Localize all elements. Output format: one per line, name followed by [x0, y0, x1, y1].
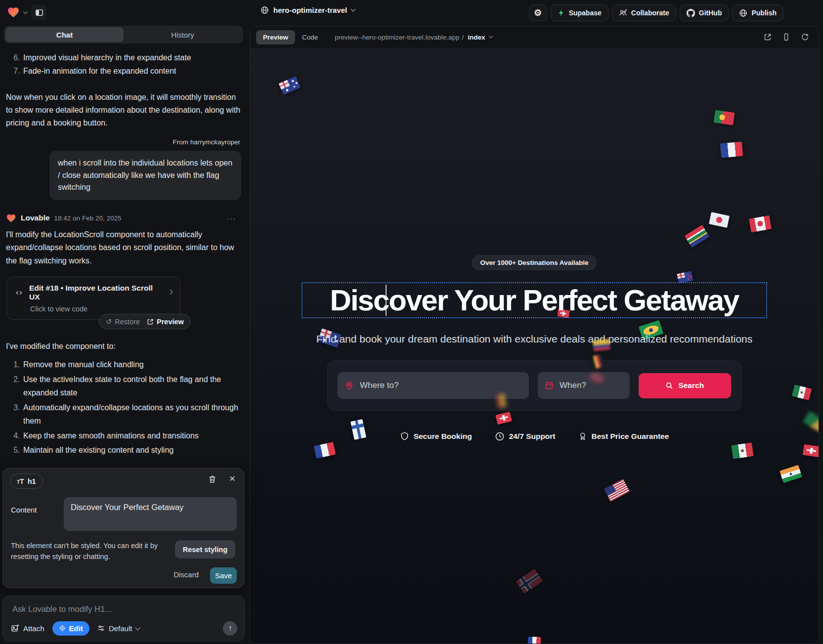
- edit-card-subtitle: Click to view code: [30, 305, 172, 313]
- restore-button[interactable]: ↺ Restore: [106, 318, 140, 326]
- supabase-bolt-icon: [558, 9, 565, 17]
- open-in-new-tab-button[interactable]: [764, 33, 772, 41]
- list-item: Maintain all the existing content and st…: [22, 443, 239, 457]
- tab-chat[interactable]: Chat: [5, 27, 124, 42]
- flag-france-icon: [528, 637, 541, 644]
- location-pin-icon: [345, 381, 354, 390]
- version-actions: ↺ Restore Preview: [99, 314, 191, 329]
- flag-switzerland-icon: [803, 444, 819, 458]
- flag-japan-icon: [709, 212, 730, 228]
- typography-icon: TT: [17, 477, 24, 485]
- project-switcher[interactable]: hero-optimizer-travel: [260, 6, 355, 14]
- message-menu-button[interactable]: ···: [227, 214, 242, 222]
- url-separator: /: [462, 34, 464, 41]
- chevron-down-icon: [489, 34, 493, 38]
- mobile-view-button[interactable]: [782, 33, 790, 42]
- search-card: Where to? When? Search: [327, 360, 741, 411]
- assistant-message-header: Lovable 18:42 on Feb 20, 2025 ···: [6, 213, 241, 223]
- feature-secure-booking: Secure Booking: [400, 431, 472, 441]
- mobile-device-icon: [782, 33, 790, 42]
- chat-history-tabs: Chat History: [4, 26, 243, 43]
- flag-portugal-icon: [713, 110, 735, 125]
- lovable-logo-icon[interactable]: [7, 6, 20, 19]
- preview-toolbar: Preview Code preview--hero-optimizer-tra…: [250, 26, 819, 48]
- user-message-bubble: when i scroll into the individual locati…: [49, 151, 241, 200]
- assistant-change-list: Remove the manual click handlingUse the …: [6, 358, 241, 457]
- element-tag-badge: TT h1: [10, 473, 43, 489]
- project-name: hero-optimizer-travel: [273, 6, 347, 14]
- content-label: Content: [11, 506, 37, 514]
- model-selector[interactable]: Default: [97, 624, 140, 633]
- delete-element-button[interactable]: [208, 475, 217, 484]
- when-input[interactable]: When?: [538, 372, 630, 399]
- logo-chevron-down-icon[interactable]: [23, 9, 28, 14]
- composer-input[interactable]: Ask Lovable to modify H1...: [12, 604, 112, 614]
- target-icon: [59, 625, 66, 632]
- send-button[interactable]: ↑: [223, 621, 237, 636]
- destinations-badge: Over 1000+ Destinations Available: [472, 255, 597, 270]
- collaborate-button[interactable]: Collaborate: [612, 4, 676, 21]
- refresh-button[interactable]: [801, 33, 809, 41]
- chevron-down-icon: [135, 625, 140, 630]
- publish-button[interactable]: Publish: [732, 4, 783, 21]
- flag-switzerland-icon: [495, 412, 512, 425]
- site-preview: Over 1000+ Destinations Available Discov…: [250, 48, 819, 644]
- github-icon: [687, 9, 695, 17]
- list-item: Use the activeIndex state to control bot…: [22, 373, 239, 400]
- github-button[interactable]: GitHub: [680, 4, 729, 21]
- feature-badges: Secure Booking 24/7 Support Best Price G…: [250, 431, 819, 441]
- shield-icon: [400, 431, 409, 441]
- edit-version-card[interactable]: Edit #18 • Improve Location Scroll UX Cl…: [6, 277, 180, 320]
- tab-code[interactable]: Code: [295, 30, 325, 44]
- flag-colombia-icon: [593, 339, 610, 351]
- panel-left-icon: [35, 8, 43, 17]
- preview-button[interactable]: Preview: [147, 318, 184, 326]
- text-caret: [386, 285, 387, 316]
- tab-preview[interactable]: Preview: [256, 30, 295, 44]
- search-icon: [665, 382, 673, 389]
- chat-messages: Improved visual hierarchy in the expande…: [0, 43, 247, 469]
- flag-france-icon: [314, 442, 336, 459]
- hero-subtitle: Find and book your dream destination wit…: [250, 333, 819, 345]
- preview-url[interactable]: preview--hero-optimizer-travel.lovable.a…: [335, 34, 492, 41]
- chat-panel: Chat History Improved visual hierarchy i…: [0, 26, 247, 644]
- trash-icon: [208, 475, 217, 484]
- toggle-sidebar-button[interactable]: [31, 4, 47, 20]
- external-link-icon: [764, 33, 772, 41]
- tab-history[interactable]: History: [124, 27, 242, 42]
- attach-button[interactable]: Attach: [11, 624, 44, 633]
- flag-green-blob-icon: [803, 411, 819, 432]
- url-host: preview--hero-optimizer-travel.lovable.a…: [335, 34, 459, 41]
- save-button[interactable]: Save: [210, 567, 237, 584]
- edit-mode-button[interactable]: Edit: [52, 621, 89, 636]
- flag-mexico-icon: [792, 385, 812, 400]
- content-field[interactable]: Discover Your Perfect Getaway: [64, 497, 237, 531]
- style-hint-text: This element can't be styled. You can ed…: [11, 541, 174, 562]
- code-icon: [15, 289, 23, 297]
- discard-button[interactable]: Discard: [173, 570, 199, 579]
- feature-best-price: Best Price Guarantee: [578, 431, 669, 441]
- search-button[interactable]: Search: [639, 373, 731, 398]
- selected-h1-element[interactable]: Discover Your Perfect Getaway: [302, 282, 767, 318]
- settings-button[interactable]: ⚙: [529, 4, 547, 21]
- reset-styling-button[interactable]: Reset styling: [175, 540, 235, 558]
- arrow-up-icon: ↑: [228, 624, 232, 632]
- chevron-right-icon: [168, 289, 173, 294]
- lovable-heart-icon: [6, 213, 16, 223]
- list-item: Remove the manual click handling: [22, 358, 239, 372]
- list-item: Automatically expand/collapse locations …: [22, 401, 239, 428]
- assistant-paragraph: Now when you click on a location image, …: [6, 91, 241, 129]
- sliders-icon: [97, 625, 105, 632]
- message-timestamp: 18:42 on Feb 20, 2025: [54, 215, 122, 222]
- url-page: index: [468, 34, 485, 41]
- gear-icon: ⚙: [534, 7, 542, 18]
- refresh-icon: [801, 33, 809, 41]
- hero-title: Discover Your Perfect Getaway: [303, 283, 766, 317]
- supabase-button[interactable]: Supabase: [551, 4, 608, 21]
- flag-mexico-icon: [731, 442, 753, 459]
- globe-icon: [260, 6, 269, 14]
- flag-norway-icon: [516, 569, 543, 594]
- list-item: Fade-in animation for the expanded conte…: [22, 65, 241, 77]
- globe-icon: [739, 9, 747, 17]
- close-panel-button[interactable]: ×: [229, 472, 235, 484]
